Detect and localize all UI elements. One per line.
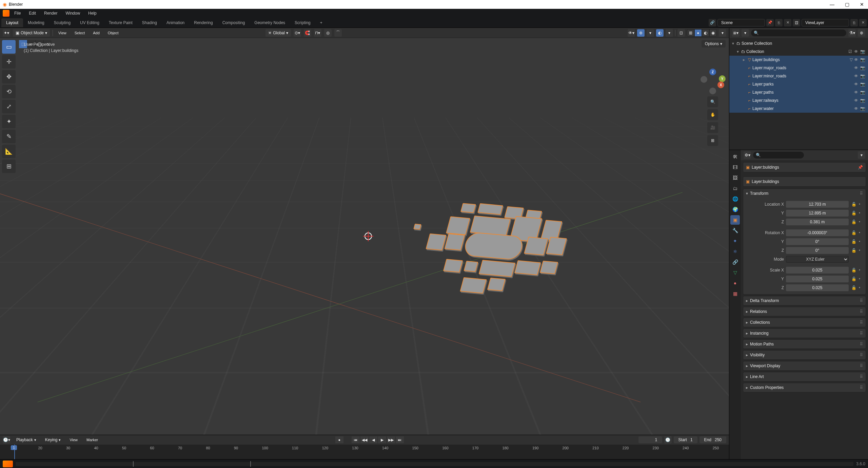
gizmo-options[interactable]: ▾ [647, 29, 654, 37]
shading-solid-icon[interactable]: ● [694, 29, 702, 37]
proportional-edit-toggle[interactable]: ◎ [324, 29, 332, 37]
lock-icon[interactable]: 🔓 [851, 277, 857, 281]
outliner-item[interactable]: ⌐ Layer:paths 👁📷 [729, 88, 868, 96]
disable-render-icon[interactable]: 📷 [860, 65, 865, 70]
proportional-falloff[interactable]: ⌒ [334, 29, 342, 37]
viewport-options-popover[interactable]: Options ▾ [702, 40, 726, 48]
viewport-menu-view[interactable]: View [56, 29, 69, 37]
tab-world[interactable]: 🌍 [730, 205, 740, 214]
hide-viewport-icon[interactable]: 👁 [854, 106, 858, 111]
outliner-tree[interactable]: ▾ 🗀 Scene Collection ▾ 🗀 Collection ☑ 👁 … [729, 38, 868, 150]
jump-start-button[interactable]: ⏮ [352, 436, 360, 443]
scale-x-field[interactable]: 0.025 [786, 267, 849, 274]
close-button[interactable]: ✕ [859, 1, 865, 8]
play-button[interactable]: ▶ [378, 436, 386, 443]
tab-texture[interactable]: ▦ [730, 289, 740, 298]
workspace-tab-animation[interactable]: Animation [162, 18, 189, 27]
panel-header[interactable]: ▸ Visibility ⠿ [743, 351, 866, 359]
xray-toggle-icon[interactable]: ⊡ [677, 29, 685, 37]
shading-matprev-icon[interactable]: ◐ [702, 29, 709, 37]
panel-options-icon[interactable]: ⠿ [860, 385, 863, 390]
outliner-item[interactable]: ⌐ Layer:railways 👁📷 [729, 96, 868, 105]
menu-edit[interactable]: Edit [25, 10, 39, 17]
tab-material[interactable]: ● [730, 278, 740, 288]
panel-options-icon[interactable]: ⠿ [860, 309, 863, 314]
shading-wireframe-icon[interactable]: ⊞ [687, 29, 694, 37]
timeline-menu-playback[interactable]: Playback ▾ [14, 436, 39, 444]
pin-scene-icon[interactable]: 📌 [766, 19, 774, 26]
lock-icon[interactable]: 🔓 [851, 230, 857, 235]
disable-render-icon[interactable]: 📷 [860, 82, 865, 87]
rotation-y-field[interactable]: 0° [786, 238, 849, 245]
tool-measure[interactable]: 📐 [2, 145, 16, 158]
workspace-tab-layout[interactable]: Layout [1, 18, 23, 27]
outliner-item[interactable]: ⌐ Layer:major_roads 👁📷 [729, 64, 868, 72]
autokey-toggle[interactable]: ● [335, 436, 343, 443]
lock-icon[interactable]: 🔓 [851, 239, 857, 244]
workspace-tab-geometry-nodes[interactable]: Geometry Nodes [250, 18, 290, 27]
viewlayer-browse-icon[interactable]: 🖼 [793, 19, 800, 26]
panel-header[interactable]: ▸ Line Art ⠿ [743, 372, 866, 381]
current-frame-field[interactable]: 1 [638, 436, 662, 443]
menu-render[interactable]: Render [41, 10, 61, 17]
mode-dropdown[interactable]: ▣ Object Mode ▾ [13, 29, 50, 37]
panel-options-icon[interactable]: ⠿ [860, 298, 863, 303]
hide-viewport-icon[interactable]: 👁 [854, 57, 858, 62]
overlay-options[interactable]: ▾ [666, 29, 673, 37]
buildings-mesh-group[interactable] [394, 197, 584, 326]
panel-transform-header[interactable]: ▾ Transform ⠿ [743, 189, 866, 198]
panel-header[interactable]: ▸ Custom Properties ⠿ [743, 383, 866, 392]
status-app-icon[interactable] [3, 461, 13, 467]
pivot-dropdown[interactable]: ⊙▾ [294, 29, 301, 37]
tool-add-cube[interactable]: ⊞ [2, 160, 16, 173]
lock-icon[interactable]: 🔓 [851, 211, 857, 216]
panel-options-icon[interactable]: ⠿ [860, 353, 863, 357]
lock-icon[interactable]: 🔓 [851, 202, 857, 207]
menu-window[interactable]: Window [62, 10, 83, 17]
workspace-tab-modeling[interactable]: Modeling [23, 18, 49, 27]
exclude-checkbox[interactable]: ☑ [848, 49, 852, 54]
preview-range-icon[interactable]: 🕓 [664, 436, 672, 444]
panel-options-icon[interactable]: ⠿ [860, 320, 863, 325]
rotation-mode-select[interactable]: XYZ Euler [786, 256, 849, 263]
scale-y-field[interactable]: 0.025 [786, 276, 849, 282]
shading-rendered-icon[interactable]: ◉ [709, 29, 717, 37]
panel-options-icon[interactable]: ⠿ [860, 191, 863, 196]
hide-viewport-icon[interactable]: 👁 [854, 98, 858, 103]
outliner-scene-collection[interactable]: ▾ 🗀 Scene Collection [729, 39, 868, 48]
viewport-menu-select[interactable]: Select [72, 29, 88, 37]
panel-header[interactable]: ▸ Collections ⠿ [743, 318, 866, 327]
tab-viewlayer[interactable]: 🗂 [730, 184, 740, 193]
new-viewlayer-icon[interactable]: ⎘ [850, 19, 858, 26]
lock-icon[interactable]: 🔓 [851, 220, 857, 224]
snap-toggle[interactable]: 🧲 [304, 29, 311, 37]
tool-transform[interactable]: ✦ [2, 115, 16, 128]
snap-options[interactable]: ⊓▾ [314, 29, 321, 37]
outliner-display-mode[interactable]: ▾ [742, 29, 749, 37]
outliner-search-input[interactable]: 🔍 [751, 30, 846, 36]
location-z-field[interactable]: 0.381 m [786, 219, 849, 225]
workspace-tab-compositing[interactable]: Compositing [218, 18, 250, 27]
panel-header[interactable]: ▸ Viewport Display ⠿ [743, 361, 866, 370]
panel-header[interactable]: ▸ Relations ⠿ [743, 307, 866, 316]
shading-options[interactable]: ▾ [719, 29, 726, 37]
tool-cursor[interactable]: ✛ [2, 55, 16, 69]
workspace-tab-sculpting[interactable]: Sculpting [49, 18, 75, 27]
outliner-collection[interactable]: ▾ 🗀 Collection ☑ 👁 📷 [729, 48, 868, 56]
tool-move[interactable]: ✥ [2, 70, 16, 83]
hide-viewport-icon[interactable]: 👁 [854, 82, 858, 87]
start-frame-field[interactable]: Start 1 [674, 436, 697, 443]
hide-viewport-icon[interactable]: 👁 [854, 65, 858, 70]
rotation-x-field[interactable]: -0.000003° [786, 229, 849, 236]
tab-render[interactable]: 🎞 [730, 163, 740, 172]
workspace-tab-scripting[interactable]: Scripting [290, 18, 315, 27]
tab-particles[interactable]: ✦ [730, 236, 740, 246]
workspace-tab-rendering[interactable]: Rendering [189, 18, 217, 27]
panel-options-icon[interactable]: ⠿ [860, 363, 863, 368]
add-workspace-button[interactable]: + [315, 18, 327, 27]
disable-render-icon[interactable]: 📷 [860, 49, 865, 54]
viewlayer-name-field[interactable]: ViewLayer [802, 19, 849, 26]
tab-data[interactable]: ▽ [730, 268, 740, 277]
hide-viewport-icon[interactable]: 👁 [854, 90, 858, 95]
new-scene-icon[interactable]: ⎘ [775, 19, 783, 26]
